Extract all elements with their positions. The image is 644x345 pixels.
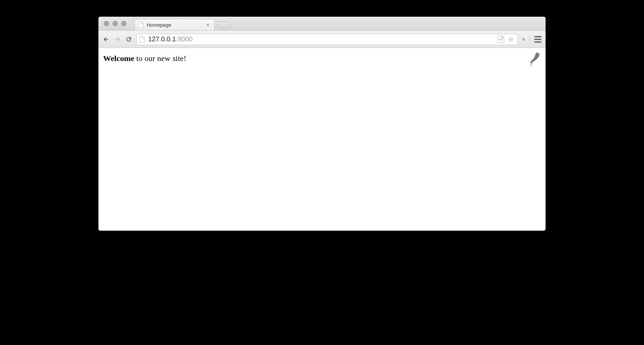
window-controls — [104, 21, 126, 26]
menu-bar-icon — [534, 39, 542, 40]
page-icon — [139, 36, 145, 43]
menu-bar-icon — [534, 36, 542, 37]
arrow-right-icon — [114, 36, 121, 43]
url-host: 127.0.0.1 — [148, 35, 176, 43]
page-icon — [138, 22, 143, 28]
forward-button[interactable] — [114, 36, 121, 43]
menu-button[interactable] — [534, 36, 542, 43]
welcome-bold: Welcome — [103, 54, 134, 63]
browser-tab[interactable]: Homepage × — [134, 19, 215, 30]
bookmark-star-icon[interactable] — [507, 35, 515, 43]
separator — [529, 35, 530, 44]
url-port: :8000 — [176, 35, 193, 43]
browser-window: Homepage × 127.0.0.1:8000 ‹› — [98, 17, 546, 231]
new-tab-button[interactable] — [217, 22, 231, 28]
menu-bar-icon — [534, 41, 542, 43]
wagtail-bird-icon[interactable] — [529, 51, 541, 71]
toolbar-right: » — [522, 35, 542, 44]
window-minimize-button[interactable] — [112, 21, 118, 26]
window-maximize-button[interactable] — [121, 21, 126, 26]
welcome-text: Welcome to our new site! — [103, 54, 541, 63]
svg-point-0 — [537, 54, 538, 54]
overflow-icon[interactable]: » — [522, 36, 525, 43]
browser-toolbar: 127.0.0.1:8000 ‹› » — [98, 31, 546, 48]
tab-strip: Homepage × — [98, 17, 546, 31]
page-viewport: Welcome to our new site! — [98, 48, 546, 231]
window-close-button[interactable] — [104, 21, 109, 26]
reload-icon — [125, 36, 132, 43]
close-tab-icon[interactable]: × — [205, 22, 211, 28]
reload-button[interactable] — [125, 36, 132, 43]
tab-title: Homepage — [147, 22, 202, 28]
devtools-icon[interactable]: ‹› — [498, 36, 504, 43]
address-bar-actions: ‹› — [498, 35, 515, 43]
address-bar[interactable]: 127.0.0.1:8000 ‹› — [136, 34, 518, 45]
url-text[interactable]: 127.0.0.1:8000 — [148, 35, 494, 43]
back-button[interactable] — [102, 36, 110, 43]
arrow-left-icon — [103, 36, 109, 43]
welcome-rest: to our new site! — [134, 54, 186, 63]
